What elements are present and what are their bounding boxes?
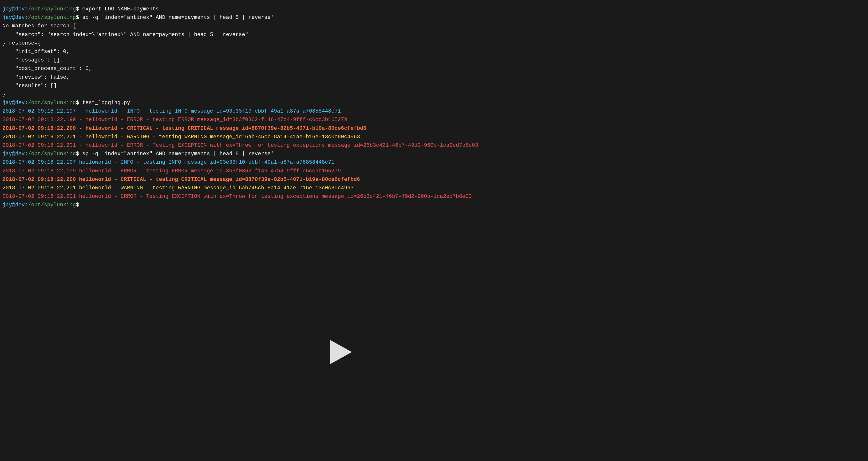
terminal-line: "results": [] (2, 82, 866, 90)
terminal-line: jay@dev:/opt/spylunking$ test_logging.py (2, 98, 866, 107)
terminal-line: jay@dev:/opt/spylunking$ export LOG_NAME… (2, 5, 866, 13)
prompt-user: jay@dev: (2, 202, 28, 208)
prompt-command: test_logging.py (82, 100, 130, 106)
terminal-line: 2018-07-02 09:18:22,201 helloworld - WAR… (2, 184, 866, 192)
terminal-line: 2018-07-02 09:18:22,201 helloworld - ERR… (2, 192, 866, 201)
prompt-dollar: $ (76, 15, 82, 21)
prompt-dollar: $ (76, 100, 82, 106)
terminal-line: } (2, 90, 866, 98)
terminal-line: jay@dev:/opt/spylunking$ sp -q 'index="a… (2, 150, 866, 158)
play-triangle-icon (330, 340, 352, 364)
terminal-line: jay@dev:/opt/spylunking$ sp -q 'index="a… (2, 13, 866, 22)
play-button[interactable] (329, 340, 353, 364)
terminal-line: No matches for search={ (2, 22, 866, 30)
terminal-line: 2018-07-02 09:18:22,201 - helloworld - E… (2, 141, 866, 150)
prompt-path: /opt/spylunking (28, 15, 76, 21)
prompt-path: /opt/spylunking (28, 100, 76, 106)
prompt-dollar: $ (76, 6, 82, 12)
terminal-line: "messages": [], (2, 56, 866, 64)
terminal-line: "post_process_count": 0, (2, 64, 866, 73)
terminal: jay@dev:/opt/spylunking$ export LOG_NAME… (2, 5, 866, 456)
prompt-path: /opt/spylunking (28, 151, 76, 157)
prompt-user: jay@dev: (2, 151, 28, 157)
prompt-user: jay@dev: (2, 15, 28, 21)
prompt-dollar: $ (76, 151, 82, 157)
terminal-line: "search": "search index=\"antinex\" AND … (2, 30, 866, 39)
prompt-command: sp -q 'index="antinex" AND name=payments… (82, 15, 274, 21)
terminal-line: 2018-07-02 09:18:22,199 helloworld - ERR… (2, 167, 866, 175)
prompt-path: /opt/spylunking (28, 202, 76, 208)
terminal-line: "init_offset": 0, (2, 48, 866, 56)
terminal-content: jay@dev:/opt/spylunking$ export LOG_NAME… (2, 5, 866, 209)
terminal-line: 2018-07-02 09:18:22,200 helloworld - CRI… (2, 175, 866, 184)
prompt-command: export LOG_NAME=payments (82, 6, 159, 12)
terminal-line: } response={ (2, 39, 866, 48)
prompt-dollar: $ (76, 202, 79, 208)
terminal-line: 2018-07-02 09:18:22,197 - helloworld - I… (2, 107, 866, 115)
prompt-path: /opt/spylunking (28, 6, 76, 12)
prompt-user: jay@dev: (2, 6, 28, 12)
terminal-line: 2018-07-02 09:18:22,199 - helloworld - E… (2, 115, 866, 124)
prompt-command: sp -q 'index="antinex" AND name=payments… (82, 151, 274, 157)
terminal-line: jay@dev:/opt/spylunking$ (2, 201, 866, 209)
terminal-line: 2018-07-02 09:18:22,200 - helloworld - C… (2, 124, 866, 133)
terminal-line: 2018-07-02 09:18:22,201 - helloworld - W… (2, 133, 866, 141)
terminal-line: "preview": false, (2, 73, 866, 82)
prompt-user: jay@dev: (2, 100, 28, 106)
terminal-line: 2018-07-02 09:18:22,197 helloworld - INF… (2, 158, 866, 167)
